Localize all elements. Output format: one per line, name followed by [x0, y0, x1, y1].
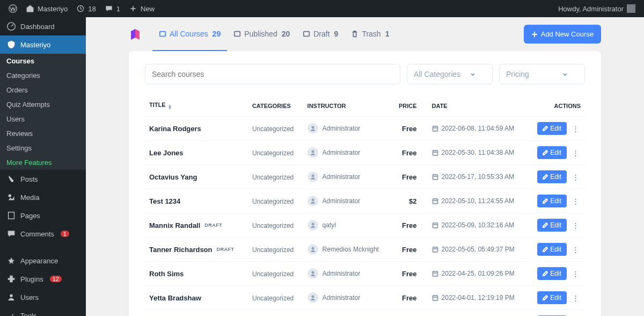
svg-rect-21: [433, 223, 437, 228]
date-text: 2022-05-17, 10:55:33 AM: [442, 173, 514, 181]
more-actions-button[interactable]: ⋮: [570, 244, 581, 255]
edit-button[interactable]: Edit: [537, 122, 567, 135]
col-title[interactable]: TITLE▲▼: [145, 95, 248, 117]
tab-all-courses[interactable]: All Courses29: [152, 17, 227, 51]
edit-icon: [543, 150, 548, 155]
tab-draft[interactable]: Draft9: [296, 17, 345, 51]
sidebar-item-comments[interactable]: Comments1: [0, 225, 86, 243]
sidebar-item-posts[interactable]: Posts: [0, 170, 86, 188]
svg-point-24: [311, 271, 314, 274]
course-title[interactable]: Lee Jones: [149, 149, 244, 157]
sidebar-item-plugins[interactable]: Plugins12: [0, 270, 86, 288]
course-title[interactable]: Yetta Bradshaw: [149, 294, 244, 302]
date-text: 2022-06-08, 11:04:59 AM: [442, 125, 514, 132]
date-text: 2022-05-30, 11:04:38 AM: [442, 149, 514, 156]
edit-button[interactable]: Edit: [537, 170, 567, 183]
edit-button[interactable]: Edit: [537, 291, 567, 304]
sidebar-submenu: Courses Categories Orders Quiz Attempts …: [0, 54, 86, 170]
sub-courses[interactable]: Courses: [0, 54, 86, 68]
sidebar-item-users[interactable]: Users: [0, 288, 86, 306]
edit-button[interactable]: Edit: [537, 146, 567, 159]
sidebar: Dashboard Masteriyo Courses Categories O…: [0, 17, 86, 316]
sidebar-item-tools[interactable]: Tools: [0, 306, 86, 316]
svg-rect-15: [433, 150, 437, 155]
more-actions-button[interactable]: ⋮: [570, 292, 581, 303]
comments-badge: 1: [61, 231, 69, 237]
sub-users[interactable]: Users: [0, 112, 86, 126]
updates-link[interactable]: 18: [72, 0, 100, 17]
sidebar-label: Comments: [20, 230, 54, 238]
calendar-icon: [432, 174, 438, 180]
sub-categories[interactable]: Categories: [0, 68, 86, 83]
course-title[interactable]: Roth Sims: [149, 270, 244, 278]
user-avatar-icon: [627, 4, 635, 13]
sub-reviews[interactable]: Reviews: [0, 126, 86, 141]
sidebar-item-appearance[interactable]: Appearance: [0, 252, 86, 270]
instructor-name: Administrator: [323, 197, 361, 205]
edit-button[interactable]: Edit: [537, 267, 567, 280]
col-actions: ACTIONS: [528, 95, 585, 117]
course-title[interactable]: Karina Rodgers: [149, 125, 244, 133]
tab-label: All Courses: [170, 30, 208, 38]
sub-settings[interactable]: Settings: [0, 141, 86, 155]
edit-button[interactable]: Edit: [537, 195, 567, 207]
sidebar-item-masteriyo[interactable]: Masteriyo: [0, 35, 86, 54]
avatar-icon: [308, 147, 318, 158]
more-actions-button[interactable]: ⋮: [570, 147, 581, 158]
sub-more-features[interactable]: More Features: [0, 155, 86, 170]
table-row: Yetta Bradshaw Uncategorized Administrat…: [145, 286, 585, 310]
tab-count: 1: [385, 30, 390, 38]
sidebar-item-dashboard[interactable]: Dashboard: [0, 17, 86, 35]
edit-button[interactable]: Edit: [537, 219, 567, 232]
tab-trash[interactable]: Trash1: [345, 17, 396, 51]
instructor-name: Administrator: [323, 270, 361, 277]
user-greeting[interactable]: Howdy, Administrator: [554, 0, 640, 17]
svg-point-12: [311, 126, 314, 129]
sidebar-item-media[interactable]: Media: [0, 188, 86, 206]
admin-bar: Masteriyo 18 1 New Howdy, Administrator: [0, 0, 644, 17]
sidebar-item-pages[interactable]: Pages: [0, 206, 86, 225]
search-input[interactable]: [145, 64, 400, 84]
table-row: Karina Rodgers Uncategorized Administrat…: [145, 117, 585, 141]
edit-icon: [543, 222, 548, 228]
sub-quiz[interactable]: Quiz Attempts: [0, 97, 86, 112]
date-text: 2022-04-25, 01:09:26 PM: [442, 270, 515, 277]
more-actions-button[interactable]: ⋮: [570, 123, 581, 134]
select-value: All Categories: [414, 70, 460, 78]
sub-orders[interactable]: Orders: [0, 83, 86, 97]
more-actions-button[interactable]: ⋮: [570, 171, 581, 182]
edit-button[interactable]: Edit: [537, 243, 567, 256]
course-title[interactable]: Tanner Richardson DRAFT: [149, 246, 244, 254]
price-text: Free: [402, 221, 416, 229]
course-title[interactable]: Test 1234: [149, 197, 244, 205]
svg-point-18: [311, 199, 314, 202]
calendar-icon: [432, 198, 438, 204]
sidebar-label: Posts: [20, 175, 38, 183]
comments-link[interactable]: 1: [100, 0, 125, 17]
more-actions-button[interactable]: ⋮: [570, 220, 581, 231]
instructor-name: Administrator: [323, 149, 361, 156]
edit-icon: [543, 295, 548, 300]
table-row: Octavius Yang Uncategorized Administrato…: [145, 165, 585, 189]
price-text: Free: [402, 246, 416, 254]
wp-logo[interactable]: [4, 0, 21, 17]
course-title[interactable]: Mannix Randall DRAFT: [149, 221, 244, 229]
new-link[interactable]: New: [125, 0, 159, 17]
edit-icon: [543, 198, 548, 204]
svg-point-0: [9, 5, 17, 12]
sidebar-label: Users: [20, 293, 39, 301]
updates-count: 18: [88, 5, 96, 13]
categories-select[interactable]: All Categories: [407, 64, 493, 84]
add-new-course-button[interactable]: Add New Course: [524, 25, 601, 44]
pricing-select[interactable]: Pricing: [499, 64, 585, 84]
more-actions-button[interactable]: ⋮: [570, 268, 581, 279]
price-text: Free: [402, 173, 416, 181]
site-name-text: Masteriyo: [38, 5, 68, 13]
svg-rect-17: [433, 175, 437, 179]
site-name-link[interactable]: Masteriyo: [21, 0, 72, 17]
course-title[interactable]: Octavius Yang: [149, 173, 244, 181]
table-row: Roth Sims Uncategorized Administrator Fr…: [145, 262, 585, 286]
tab-published[interactable]: Published20: [227, 17, 296, 51]
table-row: Mannix Randall DRAFT Uncategorized qatyl…: [145, 213, 585, 238]
more-actions-button[interactable]: ⋮: [570, 196, 581, 206]
